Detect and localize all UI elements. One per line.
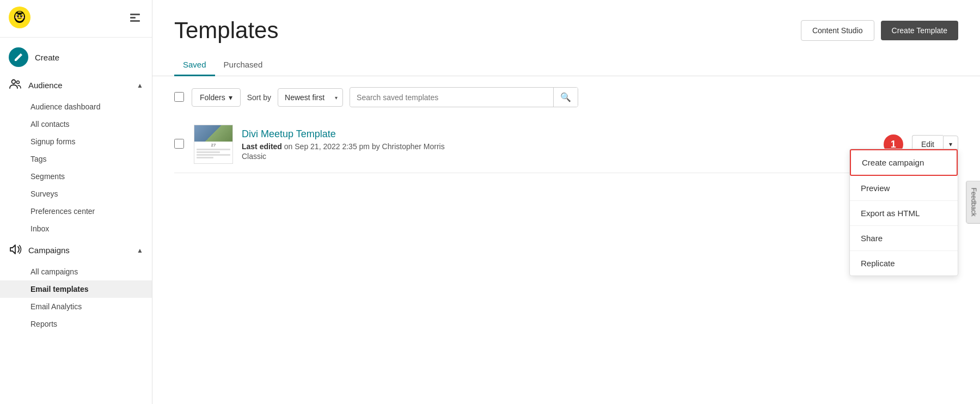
search-button[interactable]: 🔍 xyxy=(553,88,578,107)
thumb-mid: 27 xyxy=(194,142,232,163)
svg-point-5 xyxy=(17,15,19,16)
dropdown-item-create-campaign[interactable]: Create campaign xyxy=(850,149,958,176)
audience-label: Audience xyxy=(28,81,63,90)
sidebar-item-signup-forms[interactable]: Signup forms xyxy=(0,133,152,150)
template-type: Classic xyxy=(242,152,866,161)
sidebar: Create Audience ▲ Audience dashboard All… xyxy=(0,0,152,404)
svg-point-11 xyxy=(21,13,23,14)
tabs-bar: Saved Purchased xyxy=(152,54,980,76)
people-icon xyxy=(9,78,22,93)
sidebar-item-email-templates[interactable]: Email templates xyxy=(0,280,152,298)
dropdown-item-export-html[interactable]: Export as HTML xyxy=(850,201,958,226)
campaigns-label: Campaigns xyxy=(28,246,70,255)
thumb-date: 27 xyxy=(197,143,230,148)
sort-select[interactable]: Newest first Oldest first A-Z Z-A xyxy=(278,88,343,107)
template-edit-date: on Sep 21, 2022 2:35 pm by Christopher M… xyxy=(284,142,445,151)
sidebar-item-campaigns[interactable]: Campaigns ▲ xyxy=(0,237,152,263)
dropdown-menu: Create campaign Preview Export as HTML S… xyxy=(849,149,958,276)
search-wrap: 🔍 xyxy=(350,87,578,107)
svg-point-6 xyxy=(21,15,22,16)
svg-point-10 xyxy=(16,13,19,14)
sidebar-item-segments[interactable]: Segments xyxy=(0,168,152,185)
edit-chevron-icon: ▾ xyxy=(949,140,952,148)
sidebar-item-create[interactable]: Create xyxy=(0,42,152,72)
template-checkbox[interactable] xyxy=(174,139,185,150)
content-area: Folders ▾ Sort by Newest first Oldest fi… xyxy=(152,76,980,404)
campaigns-chevron-icon: ▲ xyxy=(137,247,143,254)
sort-select-wrap: Newest first Oldest first A-Z Z-A ▾ xyxy=(278,88,343,107)
dropdown-item-replicate[interactable]: Replicate xyxy=(850,251,958,276)
dropdown-item-share[interactable]: Share xyxy=(850,226,958,251)
sidebar-item-reports[interactable]: Reports xyxy=(0,315,152,333)
sidebar-item-all-contacts[interactable]: All contacts xyxy=(0,115,152,133)
template-info: Divi Meetup Template Last edited on Sep … xyxy=(242,128,866,161)
sidebar-item-preferences-center[interactable]: Preferences center xyxy=(0,203,152,220)
template-thumbnail: 27 xyxy=(194,125,233,164)
search-input[interactable] xyxy=(350,89,553,106)
svg-point-8 xyxy=(22,17,24,19)
megaphone-icon xyxy=(9,243,22,258)
sidebar-item-tags[interactable]: Tags xyxy=(0,150,152,168)
sidebar-item-email-analytics[interactable]: Email Analytics xyxy=(0,298,152,315)
create-label: Create xyxy=(35,53,59,62)
select-all-checkbox[interactable] xyxy=(174,92,185,103)
tab-saved[interactable]: Saved xyxy=(174,54,215,76)
sidebar-item-surveys[interactable]: Surveys xyxy=(0,185,152,203)
main-header: Templates Content Studio Create Template xyxy=(152,0,980,54)
main-content: Templates Content Studio Create Template… xyxy=(152,0,980,404)
svg-point-7 xyxy=(15,17,17,19)
sidebar-item-inbox[interactable]: Inbox xyxy=(0,220,152,237)
audience-chevron-icon: ▲ xyxy=(137,82,143,89)
folders-button[interactable]: Folders ▾ xyxy=(192,88,241,107)
svg-rect-12 xyxy=(130,14,140,15)
campaigns-submenu: All campaigns Email templates Email Anal… xyxy=(0,263,152,333)
svg-point-16 xyxy=(17,81,20,84)
svg-point-15 xyxy=(12,80,16,84)
create-template-button[interactable]: Create Template xyxy=(881,21,958,40)
sidebar-item-audience-dashboard[interactable]: Audience dashboard xyxy=(0,98,152,115)
sidebar-toggle-button[interactable] xyxy=(127,9,143,28)
sidebar-item-all-campaigns[interactable]: All campaigns xyxy=(0,263,152,280)
dropdown-item-preview[interactable]: Preview xyxy=(850,176,958,201)
mailchimp-logo[interactable] xyxy=(9,7,30,30)
sort-by-label: Sort by xyxy=(247,93,271,102)
sidebar-nav: Create Audience ▲ Audience dashboard All… xyxy=(0,38,152,404)
thumb-top xyxy=(194,125,232,142)
toolbar: Folders ▾ Sort by Newest first Oldest fi… xyxy=(174,87,958,107)
svg-rect-13 xyxy=(130,17,136,19)
content-studio-button[interactable]: Content Studio xyxy=(801,20,874,41)
search-icon: 🔍 xyxy=(560,93,571,102)
template-name[interactable]: Divi Meetup Template xyxy=(242,128,866,140)
sidebar-item-audience[interactable]: Audience ▲ xyxy=(0,72,152,98)
feedback-tab[interactable]: Feedback xyxy=(966,181,980,224)
folders-chevron-icon: ▾ xyxy=(229,93,232,102)
tab-purchased[interactable]: Purchased xyxy=(215,54,272,76)
pencil-icon xyxy=(9,47,28,67)
sidebar-top xyxy=(0,0,152,38)
header-actions: Content Studio Create Template xyxy=(801,20,958,41)
audience-submenu: Audience dashboard All contacts Signup f… xyxy=(0,98,152,237)
page-title: Templates xyxy=(174,17,278,44)
template-row: 27 Divi Meetup Template Last edited on S… xyxy=(174,116,958,173)
svg-rect-14 xyxy=(130,20,140,22)
template-meta: Last edited on Sep 21, 2022 2:35 pm by C… xyxy=(242,142,866,151)
